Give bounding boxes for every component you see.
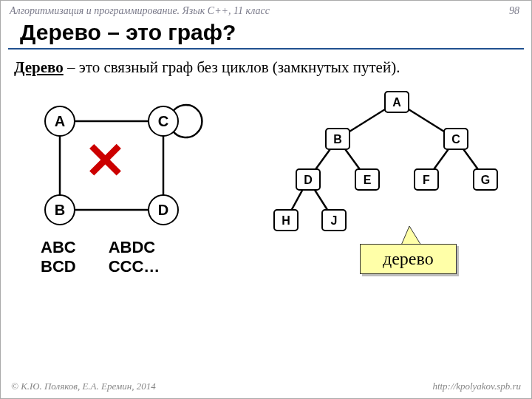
subtitle-rest: – это связный граф без циклов (замкнутых… [64, 58, 400, 76]
paths-c1l2: BCD [41, 257, 76, 276]
copyright: © К.Ю. Поляков, Е.А. Еремин, 2014 [11, 381, 156, 392]
callout: дерево [360, 244, 457, 274]
slide-footer: © К.Ю. Поляков, Е.А. Еремин, 2014 http:/… [1, 381, 531, 392]
paths-c2l1: ABDС [109, 238, 160, 257]
cycle-graph: A C B D [38, 99, 215, 247]
node-b-label: B [55, 202, 65, 218]
tnode-j-label: J [331, 214, 338, 227]
tnode-c-label: C [451, 133, 460, 146]
tree-graph: A B C D E F G H J [264, 87, 508, 242]
node-a-label: A [55, 113, 65, 129]
content-area: A C B D ✕ A B C D E [1, 80, 531, 346]
callout-label: дерево [383, 249, 434, 268]
subtitle-bold: Дерево [14, 58, 64, 76]
slide-subtitle: Дерево – это связный граф без циклов (за… [1, 55, 531, 80]
paths-c2l2: CCC… [109, 257, 160, 276]
slide: Алгоритмизация и программирование. Язык … [0, 0, 532, 399]
paths-col2: ABDС CCC… [109, 238, 160, 276]
paths-c1l1: ABC [41, 238, 76, 257]
paths-col1: ABC BCD [41, 238, 76, 276]
slide-header: Алгоритмизация и программирование. Язык … [1, 1, 531, 18]
node-c-label: C [158, 113, 168, 129]
tnode-h-label: H [282, 214, 290, 227]
footer-url: http://kpolyakov.spb.ru [432, 381, 521, 392]
slide-title: Дерево – это граф? [8, 18, 524, 50]
callout-box: дерево [360, 244, 457, 274]
page-number: 98 [509, 5, 519, 17]
tnode-g-label: G [481, 174, 490, 186]
tnode-b-label: B [333, 133, 342, 146]
tnode-e-label: E [364, 174, 372, 186]
paths-block: ABC BCD ABDС CCC… [41, 238, 160, 276]
node-d-label: D [158, 202, 168, 218]
tnode-d-label: D [304, 174, 313, 186]
tnode-a-label: A [392, 96, 401, 109]
tnode-f-label: F [423, 174, 430, 186]
cross-icon: ✕ [84, 135, 126, 185]
course-text: Алгоритмизация и программирование. Язык … [10, 5, 270, 17]
